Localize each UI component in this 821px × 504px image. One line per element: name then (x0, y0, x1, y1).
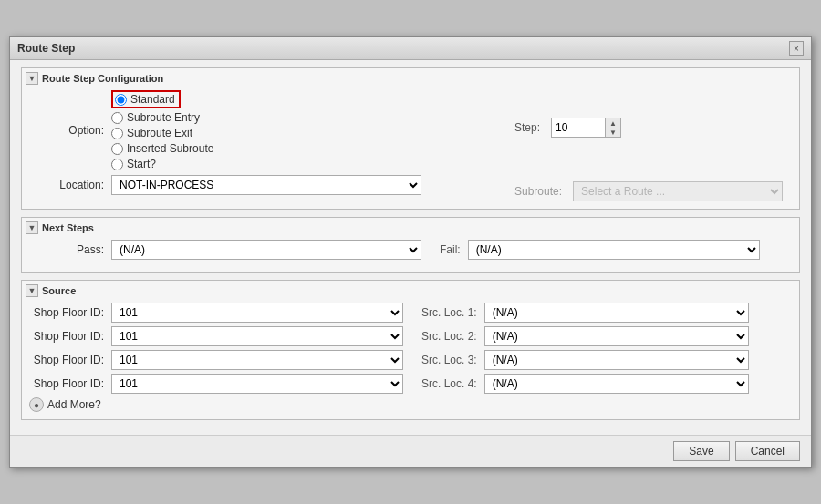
source-row-1: Shop Floor ID: 101 Src. Loc. 1: (N/A) (29, 303, 792, 323)
shop-floor-select-3[interactable]: 101 (111, 350, 403, 370)
radio-standard-selected: Standard (111, 90, 181, 108)
radio-subroute-entry[interactable]: Subroute Entry (111, 111, 213, 124)
shop-floor-label-4: Shop Floor ID: (29, 377, 111, 390)
step-input-wrapper: ▲ ▼ (551, 118, 621, 138)
source-section: ▼ Source Shop Floor ID: 101 Src. Loc. 1:… (21, 280, 800, 420)
shop-floor-label-1: Shop Floor ID: (29, 306, 111, 319)
config-section-header: ▼ Route Step Configuration (26, 72, 792, 85)
step-input[interactable] (551, 118, 606, 138)
step-label: Step: (514, 121, 540, 134)
shop-floor-select-2[interactable]: 101 (111, 326, 403, 346)
pass-label: Pass: (29, 243, 111, 256)
source-collapse-icon[interactable]: ▼ (26, 284, 38, 297)
radio-subroute-entry-input[interactable] (111, 112, 123, 124)
radio-start[interactable]: Start? (111, 158, 213, 170)
add-more-icon: ● (29, 397, 44, 412)
save-button[interactable]: Save (673, 441, 729, 461)
shop-floor-select-4[interactable]: 101 (111, 374, 403, 394)
src-loc-select-1[interactable]: (N/A) (484, 303, 749, 323)
option-row: Option: Standard Subrou (29, 90, 500, 170)
dialog-title: Route Step (17, 42, 75, 55)
src-loc-label-2: Src. Loc. 2: (421, 330, 477, 343)
location-row: Location: NOT-IN-PROCESS (29, 175, 500, 195)
src-loc-label-3: Src. Loc. 3: (421, 354, 477, 366)
config-section: ▼ Route Step Configuration Option: Stan (21, 67, 800, 210)
add-more-label: Add More? (47, 398, 101, 411)
config-section-title: Route Step Configuration (42, 73, 163, 84)
src-loc-select-3[interactable]: (N/A) (484, 350, 749, 370)
radio-subroute-exit[interactable]: Subroute Exit (111, 127, 213, 139)
radio-standard[interactable]: Standard (111, 90, 213, 108)
dialog-titlebar: Route Step × (10, 37, 811, 60)
source-section-title: Source (42, 285, 76, 296)
radio-subroute-exit-label: Subroute Exit (127, 127, 192, 139)
pass-fail-row: Pass: (N/A) Fail: (N/A) (29, 240, 792, 260)
location-select[interactable]: NOT-IN-PROCESS (111, 175, 421, 195)
step-down-button[interactable]: ▼ (606, 128, 620, 137)
dialog-body: ▼ Route Step Configuration Option: Stan (10, 60, 811, 435)
shop-floor-label-3: Shop Floor ID: (29, 354, 111, 366)
radio-inserted-subroute-label: Inserted Subroute (127, 142, 213, 155)
pass-select[interactable]: (N/A) (111, 240, 421, 260)
fail-select[interactable]: (N/A) (468, 240, 760, 260)
cancel-button[interactable]: Cancel (735, 441, 800, 461)
step-spinner: ▲ ▼ (606, 118, 621, 138)
source-row-3: Shop Floor ID: 101 Src. Loc. 3: (N/A) (29, 350, 792, 370)
source-section-header: ▼ Source (26, 284, 792, 297)
config-collapse-icon[interactable]: ▼ (26, 72, 38, 85)
next-steps-section: ▼ Next Steps Pass: (N/A) Fail: (N/A) (21, 217, 800, 273)
step-up-button[interactable]: ▲ (606, 118, 620, 128)
fail-label: Fail: (440, 243, 461, 256)
subroute-row: Subroute: Select a Route ... (514, 181, 792, 201)
next-steps-collapse-icon[interactable]: ▼ (26, 221, 38, 234)
radio-subroute-entry-label: Subroute Entry (127, 111, 200, 124)
radio-subroute-exit-input[interactable] (111, 128, 123, 139)
radio-start-input[interactable] (111, 159, 123, 170)
src-loc-select-4[interactable]: (N/A) (484, 374, 749, 394)
radio-inserted-subroute-input[interactable] (111, 143, 123, 155)
radio-inserted-subroute[interactable]: Inserted Subroute (111, 142, 213, 155)
next-steps-header: ▼ Next Steps (26, 221, 792, 234)
dialog-footer: Save Cancel (10, 435, 811, 467)
src-loc-label-4: Src. Loc. 4: (421, 377, 477, 390)
radio-start-label: Start? (127, 158, 156, 170)
radio-standard-input[interactable] (115, 94, 127, 106)
source-row-4: Shop Floor ID: 101 Src. Loc. 4: (N/A) (29, 374, 792, 394)
src-loc-label-1: Src. Loc. 1: (421, 306, 477, 319)
location-label: Location: (29, 179, 111, 191)
subroute-label: Subroute: (514, 185, 562, 198)
close-button[interactable]: × (789, 41, 804, 56)
option-radio-group: Standard Subroute Entry Subroute Exit (111, 90, 213, 170)
radio-standard-label: Standard (130, 93, 175, 106)
next-steps-title: Next Steps (42, 222, 94, 233)
option-label: Option: (29, 124, 111, 137)
route-step-dialog: Route Step × ▼ Route Step Configuration … (9, 36, 812, 468)
step-row: Step: ▲ ▼ (514, 118, 792, 138)
shop-floor-label-2: Shop Floor ID: (29, 330, 111, 343)
add-more-row[interactable]: ● Add More? (29, 397, 792, 412)
src-loc-select-2[interactable]: (N/A) (484, 326, 749, 346)
subroute-select[interactable]: Select a Route ... (573, 181, 783, 201)
shop-floor-select-1[interactable]: 101 (111, 303, 403, 323)
source-row-2: Shop Floor ID: 101 Src. Loc. 2: (N/A) (29, 326, 792, 346)
